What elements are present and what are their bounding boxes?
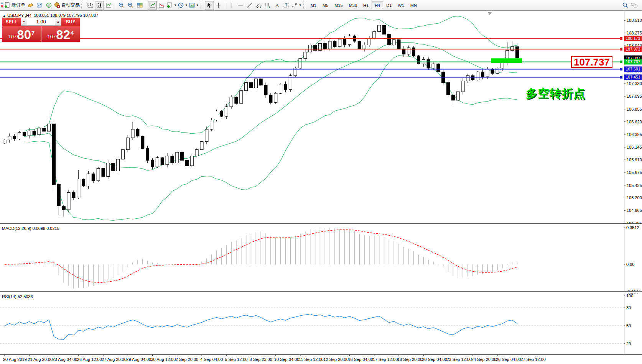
period-button[interactable]: ▼: [177, 1, 188, 10]
svg-text:18 Sep 20:00: 18 Sep 20:00: [397, 357, 422, 362]
toolbar-grip[interactable]: [303, 2, 306, 9]
text-label-button[interactable]: T: [282, 1, 291, 10]
one-click-trade-panel: SELL ▼ 1.00 ▲ BUY 107 80 7 107 82 4: [2, 18, 80, 42]
text-label-icon: T: [283, 2, 290, 8]
svg-text:E: E: [260, 6, 261, 8]
toolbar-separator: [146, 2, 146, 9]
vertical-line-icon: [228, 2, 234, 8]
indicators-window-button[interactable]: [157, 1, 166, 10]
timeframe-m5[interactable]: M5: [319, 2, 331, 9]
template-button[interactable]: ▼: [188, 1, 199, 10]
buy-price-prefix: 107: [48, 34, 56, 39]
timeframe-mn[interactable]: MN: [407, 2, 420, 9]
svg-text:26 Aug 12:00: 26 Aug 12:00: [77, 357, 102, 362]
autotrading-button[interactable]: 自动交易: [53, 1, 80, 10]
cursor-button[interactable]: [205, 1, 214, 10]
svg-text:105.435: 105.435: [627, 183, 642, 188]
buy-price-button[interactable]: 107 82 4: [41, 26, 80, 42]
timeframe-m30[interactable]: M30: [346, 2, 360, 9]
dropdown-caret-icon: ▼: [174, 3, 177, 7]
svg-text:107.095: 107.095: [627, 94, 642, 98]
turning-point-annotation[interactable]: 多空转折点: [526, 86, 585, 102]
autotrading-label: 自动交易: [61, 2, 80, 8]
time-axis[interactable]: 20 Aug 201921 Aug 20:0023 Aug 04:0026 Au…: [0, 354, 642, 364]
svg-text:A: A: [275, 2, 279, 8]
candlestick-chart-button[interactable]: [95, 1, 104, 10]
fibonacci-button[interactable]: F: [263, 1, 273, 10]
dropdown-caret-icon: ▼: [185, 3, 188, 7]
arrows-button[interactable]: ▼: [291, 1, 302, 10]
template-image-icon: [189, 2, 195, 8]
signals-button[interactable]: [44, 1, 53, 10]
trendline-button[interactable]: [245, 1, 254, 10]
zoom-out-button[interactable]: [126, 1, 135, 10]
volume-increase-button[interactable]: ▲: [55, 18, 61, 26]
timeframe-h4[interactable]: H4: [372, 2, 383, 9]
buy-button[interactable]: BUY: [61, 18, 80, 26]
svg-text:17 Sep 12:00: 17 Sep 12:00: [373, 357, 398, 362]
volume-input[interactable]: 1.00: [27, 18, 55, 26]
toolbar-grip[interactable]: [201, 2, 203, 9]
indicators-list-button[interactable]: [148, 1, 157, 10]
sell-price-pip: 7: [31, 30, 35, 36]
chat-button[interactable]: [630, 1, 639, 10]
toolbar-right: [621, 1, 641, 10]
timeframe-m1[interactable]: M1: [308, 2, 319, 9]
tile-windows-button[interactable]: [135, 1, 144, 10]
bar-chart-button[interactable]: [86, 1, 95, 10]
search-button[interactable]: [621, 1, 630, 10]
collapse-arrow-icon[interactable]: ▲: [3, 14, 6, 18]
sell-price-prefix: 107: [8, 34, 17, 39]
sell-price-button[interactable]: 107 80 7: [2, 26, 41, 42]
horizontal-line-button[interactable]: [236, 1, 245, 10]
axis-border: [624, 11, 624, 354]
chart-area[interactable]: ▲USDJPY-,H4 108.051 108.079 107.795 107.…: [0, 11, 642, 364]
pane-separator[interactable]: [0, 223, 642, 225]
svg-text:107.451: 107.451: [626, 75, 640, 79]
svg-text:107.737: 107.737: [626, 59, 640, 64]
timeframe-h1[interactable]: H1: [360, 2, 372, 9]
signals-icon: [46, 2, 52, 8]
equidistant-channel-button[interactable]: E: [254, 1, 263, 10]
price-axis[interactable]: 108.510108.275108.040107.565107.330107.0…: [624, 11, 642, 354]
bar-chart-icon: [87, 2, 94, 8]
macd-label: MACD(12,26,9) 0.0698 0.0215: [2, 226, 59, 231]
svg-text:100: 100: [626, 293, 633, 298]
profiles-icon: [36, 2, 43, 8]
macd-pane[interactable]: [0, 225, 624, 292]
zoom-out-icon: [127, 2, 134, 8]
main-price-pane[interactable]: [0, 11, 624, 224]
add-indicator-button[interactable]: ▼: [166, 1, 177, 10]
timeframe-w1[interactable]: W1: [395, 2, 407, 9]
svg-text:16 Sep 04:00: 16 Sep 04:00: [348, 357, 373, 362]
symbol-info-bar: ▲USDJPY-,H4 108.051 108.079 107.795 107.…: [3, 13, 98, 18]
timeframe-group: M1 M5 M15 M30 H1 H4 D1 W1 MN: [308, 2, 420, 9]
new-order-button[interactable]: 新订单: [3, 1, 26, 10]
zoom-in-button[interactable]: [117, 1, 126, 10]
price-callout-box[interactable]: 107.737: [571, 56, 612, 68]
svg-text:106.620: 106.620: [627, 120, 642, 124]
svg-text:23 Aug 04:00: 23 Aug 04:00: [53, 357, 77, 362]
svg-text:104.965: 104.965: [627, 208, 642, 213]
svg-text:107.330: 107.330: [627, 81, 642, 86]
buy-price-big: 82: [56, 29, 70, 41]
text-button[interactable]: A: [273, 1, 282, 10]
svg-text:27 Aug 20:00: 27 Aug 20:00: [102, 357, 127, 362]
sell-button[interactable]: SELL: [2, 18, 21, 26]
candlestick-chart-icon: [96, 2, 103, 8]
vertical-line-button[interactable]: [227, 1, 236, 10]
pane-separator[interactable]: [0, 291, 642, 293]
timeframe-d1[interactable]: D1: [383, 2, 395, 9]
svg-text:107.973: 107.973: [626, 47, 640, 51]
timeframe-m15[interactable]: M15: [331, 2, 346, 9]
toolbar-grip[interactable]: [81, 2, 84, 9]
profiles-button[interactable]: [35, 1, 44, 10]
crayon-button[interactable]: [26, 1, 35, 10]
line-chart-button[interactable]: [104, 1, 113, 10]
svg-text:106.145: 106.145: [627, 145, 642, 149]
rsi-pane[interactable]: [0, 293, 624, 354]
crosshair-button[interactable]: [214, 1, 223, 10]
volume-decrease-button[interactable]: ▼: [21, 18, 27, 26]
search-icon: [622, 2, 629, 8]
svg-text:12 Sep 20:00: 12 Sep 20:00: [323, 357, 348, 362]
